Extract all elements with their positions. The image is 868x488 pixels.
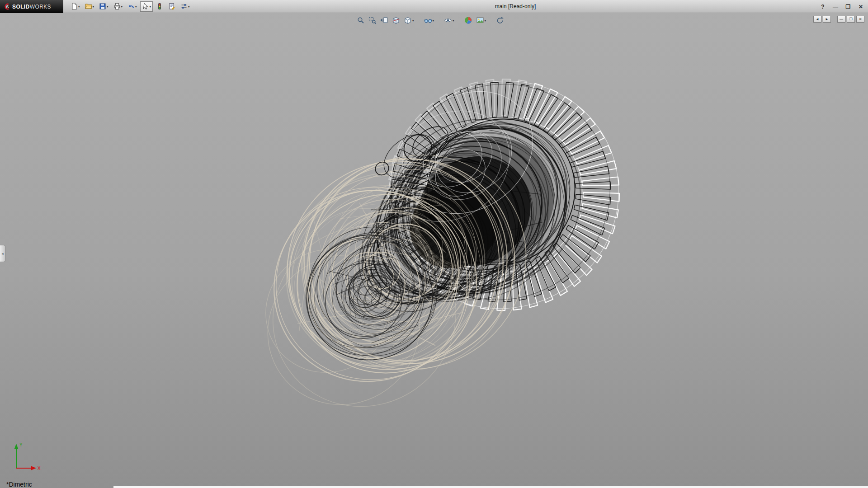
rebuild-traffic-light-icon [156, 3, 163, 10]
next-window-button[interactable]: ► [823, 16, 831, 23]
edit-appearance-button[interactable] [463, 15, 474, 25]
file-properties-icon [168, 3, 175, 10]
help-button[interactable]: ? [819, 4, 826, 10]
doc-close-button[interactable]: ✕ [856, 16, 864, 23]
close-button[interactable]: ✕ [857, 4, 864, 10]
options-button[interactable]: ▾ [179, 1, 192, 12]
window-title: main [Read-only] [495, 0, 536, 13]
dropdown-arrow-icon[interactable]: ▾ [188, 1, 190, 12]
save-floppy-icon [99, 3, 106, 10]
graphics-viewport: ▾ ▾ ▾ [0, 13, 868, 488]
previous-view-icon [380, 16, 388, 24]
printer-icon [113, 3, 121, 10]
title-bar: S SOLIDWORKS ▾ ▾ ▾ [0, 0, 868, 13]
logo-letter: S [6, 5, 9, 9]
view-orientation-cube-icon [404, 16, 412, 24]
heads-up-view-toolbar: ▾ ▾ ▾ [355, 15, 505, 25]
dropdown-arrow-icon[interactable]: ▾ [107, 1, 108, 12]
rotate-view-icon [496, 16, 504, 24]
document-window-controls: ◄ ► — ❐ ✕ [813, 16, 864, 23]
view-orientation-label: *Dimetric [6, 481, 32, 488]
triad-y-label: Y [19, 442, 23, 447]
dropdown-arrow-icon[interactable]: ▾ [150, 1, 151, 12]
apply-scene-button[interactable]: ▾ [475, 15, 488, 25]
dropdown-arrow-icon[interactable]: ▾ [485, 15, 486, 26]
view-orientation-button[interactable]: ▾ [402, 15, 415, 25]
brand-name-bold: SOLID [12, 4, 30, 10]
dassault-3ds-logo-icon: S [4, 3, 10, 10]
undo-button[interactable]: ▾ [126, 1, 139, 12]
section-view-button[interactable] [391, 15, 401, 25]
new-document-button[interactable]: ▾ [69, 1, 82, 12]
status-bar-strip [113, 486, 868, 488]
triad-y-arrowhead [14, 444, 19, 449]
print-button[interactable]: ▾ [112, 1, 125, 12]
rebuild-button[interactable] [154, 1, 165, 12]
dropdown-arrow-icon[interactable]: ▾ [432, 15, 434, 26]
open-folder-icon [85, 3, 92, 10]
dropdown-arrow-icon[interactable]: ▾ [412, 15, 414, 26]
zoom-to-area-button[interactable] [367, 15, 378, 25]
open-document-button[interactable]: ▾ [83, 1, 96, 12]
triad-x-label: X [38, 466, 41, 471]
hide-show-glasses-icon [424, 16, 432, 24]
zoom-to-fit-button[interactable] [355, 15, 366, 25]
reference-triad: Y X [10, 440, 42, 473]
hide-show-items-button[interactable]: ▾ [422, 15, 435, 25]
section-view-icon [392, 16, 400, 24]
minimize-button[interactable]: — [832, 4, 839, 10]
dropdown-arrow-icon[interactable]: ▾ [453, 15, 454, 26]
solidworks-logo: S SOLIDWORKS [0, 0, 63, 13]
zoom-to-fit-icon [357, 16, 365, 24]
dropdown-arrow-icon[interactable]: ▾ [78, 1, 80, 12]
dropdown-arrow-icon[interactable]: ▾ [121, 1, 123, 12]
edit-appearance-ball-icon [464, 16, 472, 24]
brand-name-light: WORKS [30, 4, 51, 10]
select-button[interactable]: ▾ [140, 1, 153, 12]
doc-minimize-button[interactable]: — [837, 16, 845, 23]
view-settings-button[interactable]: ▾ [443, 15, 456, 25]
new-document-icon [71, 3, 78, 10]
doc-restore-button[interactable]: ❐ [847, 16, 855, 23]
previous-window-button[interactable]: ◄ [813, 16, 821, 23]
feature-manager-collapsed-tab[interactable]: ◂ [0, 245, 5, 262]
wireframe-engine-model[interactable] [0, 13, 868, 488]
previous-view-button[interactable] [379, 15, 390, 25]
dropdown-arrow-icon[interactable]: ▾ [93, 1, 94, 12]
file-properties-button[interactable] [166, 1, 177, 12]
save-button[interactable]: ▾ [97, 1, 110, 12]
zoom-to-area-icon [368, 16, 377, 24]
brand-name: SOLIDWORKS [12, 2, 51, 10]
window-controls: ? — ❐ ✕ [819, 0, 864, 13]
restore-button[interactable]: ❐ [844, 4, 852, 10]
view-settings-eye-icon [444, 16, 452, 24]
options-sliders-icon [180, 3, 188, 10]
main-toolbar: ▾ ▾ ▾ ▾ [69, 1, 192, 12]
rotate-view-button[interactable] [495, 15, 505, 25]
select-cursor-icon [142, 3, 149, 10]
apply-scene-icon [476, 16, 484, 24]
dropdown-arrow-icon[interactable]: ▾ [135, 1, 137, 12]
undo-arrow-icon [127, 3, 135, 10]
triad-x-arrowhead [31, 466, 36, 470]
